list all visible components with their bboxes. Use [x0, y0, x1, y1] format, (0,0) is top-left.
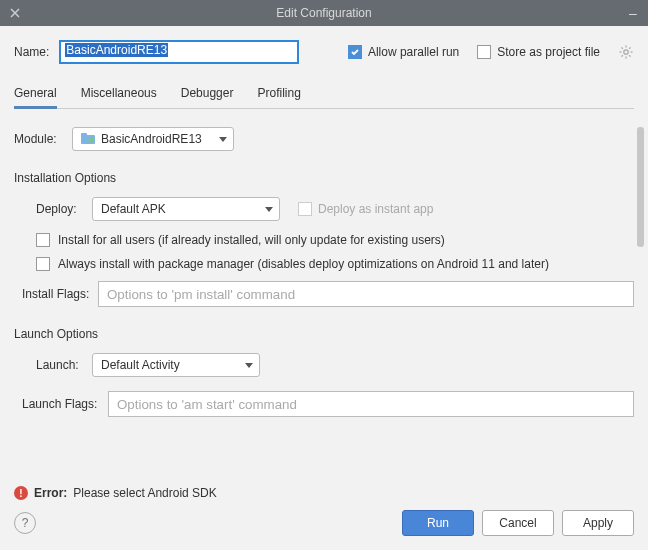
chevron-down-icon [245, 363, 253, 368]
store-project-label: Store as project file [497, 45, 600, 59]
gear-icon[interactable] [618, 44, 634, 60]
tab-general[interactable]: General [14, 80, 57, 108]
module-icon [81, 133, 95, 145]
name-input[interactable]: BasicAndroidRE13 [59, 40, 299, 64]
allow-parallel-label: Allow parallel run [368, 45, 459, 59]
install-all-users-label: Install for all users (if already instal… [58, 233, 445, 247]
install-flags-input[interactable] [98, 281, 634, 307]
checkbox-icon [298, 202, 312, 216]
install-all-users-checkbox[interactable]: Install for all users (if already instal… [36, 233, 634, 247]
tab-debugger[interactable]: Debugger [181, 80, 234, 108]
checkbox-icon [36, 233, 50, 247]
checkbox-icon [36, 257, 50, 271]
launch-select[interactable]: Default Activity [92, 353, 260, 377]
scrollbar[interactable] [637, 127, 644, 247]
always-pm-checkbox[interactable]: Always install with package manager (dis… [36, 257, 634, 271]
titlebar: Edit Configuration – [0, 0, 648, 26]
tab-profiling[interactable]: Profiling [257, 80, 300, 108]
error-row: ! Error: Please select Android SDK [0, 480, 648, 510]
error-icon: ! [14, 486, 28, 500]
tab-miscellaneous[interactable]: Miscellaneous [81, 80, 157, 108]
module-value: BasicAndroidRE13 [101, 132, 202, 146]
svg-line-5 [621, 47, 622, 48]
name-input-value: BasicAndroidRE13 [65, 43, 168, 57]
svg-point-0 [624, 50, 628, 54]
error-message: Please select Android SDK [73, 486, 216, 500]
launch-options-title: Launch Options [14, 327, 634, 341]
launch-label: Launch: [36, 358, 92, 372]
install-flags-label: Install Flags: [22, 287, 98, 301]
allow-parallel-checkbox[interactable]: Allow parallel run [348, 45, 459, 59]
deploy-value: Default APK [101, 202, 166, 216]
svg-rect-10 [81, 133, 87, 137]
svg-point-11 [89, 138, 94, 143]
installation-options-title: Installation Options [14, 171, 634, 185]
run-button[interactable]: Run [402, 510, 474, 536]
checkbox-icon [348, 45, 362, 59]
cancel-button[interactable]: Cancel [482, 510, 554, 536]
launch-value: Default Activity [101, 358, 180, 372]
deploy-label: Deploy: [36, 202, 92, 216]
chevron-down-icon [265, 207, 273, 212]
launch-flags-label: Launch Flags: [22, 397, 108, 411]
chevron-down-icon [219, 137, 227, 142]
module-select[interactable]: BasicAndroidRE13 [72, 127, 234, 151]
window-title: Edit Configuration [22, 6, 626, 20]
deploy-select[interactable]: Default APK [92, 197, 280, 221]
svg-line-7 [629, 47, 630, 48]
svg-line-8 [621, 55, 622, 56]
name-label: Name: [14, 45, 49, 59]
error-prefix: Error: [34, 486, 67, 500]
store-project-checkbox[interactable]: Store as project file [477, 45, 600, 59]
close-icon[interactable] [8, 6, 22, 20]
deploy-instant-label: Deploy as instant app [318, 202, 433, 216]
checkbox-icon [477, 45, 491, 59]
launch-flags-input[interactable] [108, 391, 634, 417]
tabs: General Miscellaneous Debugger Profiling [14, 80, 634, 109]
apply-button[interactable]: Apply [562, 510, 634, 536]
minimize-icon[interactable]: – [626, 5, 640, 21]
deploy-instant-checkbox: Deploy as instant app [298, 202, 433, 216]
always-pm-label: Always install with package manager (dis… [58, 257, 549, 271]
help-button[interactable]: ? [14, 512, 36, 534]
module-label: Module: [14, 132, 72, 146]
svg-line-6 [629, 55, 630, 56]
